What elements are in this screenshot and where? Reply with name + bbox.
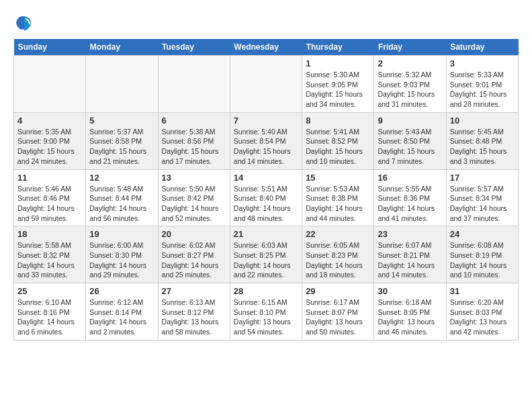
- day-info: Sunrise: 5:55 AM Sunset: 8:36 PM Dayligh…: [378, 184, 442, 224]
- day-info: Sunrise: 6:12 AM Sunset: 8:14 PM Dayligh…: [89, 298, 154, 337]
- calendar-cell: 22Sunrise: 6:05 AM Sunset: 8:23 PM Dayli…: [302, 226, 374, 283]
- day-number: 9: [378, 116, 442, 126]
- day-number: 8: [306, 116, 370, 126]
- day-info: Sunrise: 5:40 AM Sunset: 8:54 PM Dayligh…: [234, 127, 298, 167]
- calendar-cell: 16Sunrise: 5:55 AM Sunset: 8:36 PM Dayli…: [374, 169, 446, 226]
- calendar-cell: 26Sunrise: 6:12 AM Sunset: 8:14 PM Dayli…: [86, 283, 158, 340]
- day-number: 1: [306, 58, 370, 68]
- day-number: 19: [89, 229, 154, 239]
- day-number: 24: [450, 229, 515, 239]
- day-number: 10: [450, 116, 515, 126]
- day-info: Sunrise: 6:07 AM Sunset: 8:21 PM Dayligh…: [378, 240, 442, 280]
- day-info: Sunrise: 5:58 AM Sunset: 8:32 PM Dayligh…: [17, 240, 82, 280]
- weekday-header-tuesday: Tuesday: [158, 39, 230, 56]
- weekday-header-saturday: Saturday: [446, 39, 518, 56]
- day-number: 31: [450, 286, 515, 296]
- calendar-cell: 21Sunrise: 6:03 AM Sunset: 8:25 PM Dayli…: [230, 226, 302, 283]
- calendar-cell: 2Sunrise: 5:32 AM Sunset: 9:03 PM Daylig…: [374, 56, 446, 113]
- day-number: 18: [17, 229, 82, 239]
- calendar-cell: 6Sunrise: 5:38 AM Sunset: 8:56 PM Daylig…: [158, 112, 230, 169]
- weekday-header-wednesday: Wednesday: [230, 39, 302, 56]
- day-number: 17: [450, 173, 515, 183]
- day-info: Sunrise: 5:33 AM Sunset: 9:01 PM Dayligh…: [450, 70, 515, 109]
- day-info: Sunrise: 5:57 AM Sunset: 8:34 PM Dayligh…: [450, 184, 515, 224]
- day-info: Sunrise: 5:43 AM Sunset: 8:50 PM Dayligh…: [378, 127, 442, 167]
- day-info: Sunrise: 5:30 AM Sunset: 9:05 PM Dayligh…: [306, 70, 370, 109]
- day-number: 15: [306, 173, 370, 183]
- calendar-cell: [230, 56, 302, 113]
- day-info: Sunrise: 5:41 AM Sunset: 8:52 PM Dayligh…: [306, 127, 370, 167]
- day-info: Sunrise: 5:50 AM Sunset: 8:42 PM Dayligh…: [162, 184, 226, 224]
- day-info: Sunrise: 6:05 AM Sunset: 8:23 PM Dayligh…: [306, 240, 370, 280]
- calendar-cell: 17Sunrise: 5:57 AM Sunset: 8:34 PM Dayli…: [446, 169, 518, 226]
- weekday-header-monday: Monday: [86, 39, 158, 56]
- day-info: Sunrise: 6:13 AM Sunset: 8:12 PM Dayligh…: [162, 298, 226, 337]
- calendar-cell: 5Sunrise: 5:37 AM Sunset: 8:58 PM Daylig…: [86, 112, 158, 169]
- calendar-cell: [86, 56, 158, 113]
- day-number: 30: [378, 286, 442, 296]
- day-number: 27: [162, 286, 226, 296]
- calendar-cell: 11Sunrise: 5:46 AM Sunset: 8:46 PM Dayli…: [14, 169, 86, 226]
- day-number: 7: [234, 116, 298, 126]
- logo-area: [13, 13, 34, 32]
- day-info: Sunrise: 6:20 AM Sunset: 8:03 PM Dayligh…: [450, 298, 515, 337]
- day-info: Sunrise: 5:37 AM Sunset: 8:58 PM Dayligh…: [89, 127, 154, 167]
- calendar-cell: 18Sunrise: 5:58 AM Sunset: 8:32 PM Dayli…: [14, 226, 86, 283]
- day-number: 25: [17, 286, 82, 296]
- calendar-week-row: 11Sunrise: 5:46 AM Sunset: 8:46 PM Dayli…: [14, 169, 519, 226]
- calendar-table: SundayMondayTuesdayWednesdayThursdayFrid…: [13, 39, 519, 340]
- calendar-cell: 27Sunrise: 6:13 AM Sunset: 8:12 PM Dayli…: [158, 283, 230, 340]
- calendar-cell: 9Sunrise: 5:43 AM Sunset: 8:50 PM Daylig…: [374, 112, 446, 169]
- weekday-header-thursday: Thursday: [302, 39, 374, 56]
- day-number: 2: [378, 58, 442, 68]
- day-number: 16: [378, 173, 442, 183]
- calendar-cell: 1Sunrise: 5:30 AM Sunset: 9:05 PM Daylig…: [302, 56, 374, 113]
- day-number: 3: [450, 58, 515, 68]
- day-number: 12: [89, 173, 154, 183]
- calendar-cell: 31Sunrise: 6:20 AM Sunset: 8:03 PM Dayli…: [446, 283, 518, 340]
- calendar-cell: 20Sunrise: 6:02 AM Sunset: 8:27 PM Dayli…: [158, 226, 230, 283]
- calendar-week-row: 1Sunrise: 5:30 AM Sunset: 9:05 PM Daylig…: [14, 56, 519, 113]
- weekday-header-sunday: Sunday: [14, 39, 86, 56]
- calendar-cell: 23Sunrise: 6:07 AM Sunset: 8:21 PM Dayli…: [374, 226, 446, 283]
- calendar-cell: 29Sunrise: 6:17 AM Sunset: 8:07 PM Dayli…: [302, 283, 374, 340]
- calendar-cell: 8Sunrise: 5:41 AM Sunset: 8:52 PM Daylig…: [302, 112, 374, 169]
- weekday-header-row: SundayMondayTuesdayWednesdayThursdayFrid…: [14, 39, 519, 56]
- day-info: Sunrise: 5:45 AM Sunset: 8:48 PM Dayligh…: [450, 127, 515, 167]
- day-info: Sunrise: 6:00 AM Sunset: 8:30 PM Dayligh…: [89, 240, 154, 280]
- calendar-cell: [158, 56, 230, 113]
- day-info: Sunrise: 6:08 AM Sunset: 8:19 PM Dayligh…: [450, 240, 515, 280]
- calendar-cell: 30Sunrise: 6:18 AM Sunset: 8:05 PM Dayli…: [374, 283, 446, 340]
- day-info: Sunrise: 5:46 AM Sunset: 8:46 PM Dayligh…: [17, 184, 82, 224]
- calendar-cell: 28Sunrise: 6:15 AM Sunset: 8:10 PM Dayli…: [230, 283, 302, 340]
- day-number: 11: [17, 173, 82, 183]
- day-info: Sunrise: 5:38 AM Sunset: 8:56 PM Dayligh…: [162, 127, 226, 167]
- day-info: Sunrise: 6:03 AM Sunset: 8:25 PM Dayligh…: [234, 240, 298, 280]
- day-info: Sunrise: 5:32 AM Sunset: 9:03 PM Dayligh…: [378, 70, 442, 109]
- day-number: 5: [89, 116, 154, 126]
- calendar-cell: 14Sunrise: 5:51 AM Sunset: 8:40 PM Dayli…: [230, 169, 302, 226]
- calendar-week-row: 18Sunrise: 5:58 AM Sunset: 8:32 PM Dayli…: [14, 226, 519, 283]
- day-number: 20: [162, 229, 226, 239]
- day-info: Sunrise: 6:02 AM Sunset: 8:27 PM Dayligh…: [162, 240, 226, 280]
- day-info: Sunrise: 5:53 AM Sunset: 8:38 PM Dayligh…: [306, 184, 370, 224]
- day-info: Sunrise: 5:51 AM Sunset: 8:40 PM Dayligh…: [234, 184, 298, 224]
- day-info: Sunrise: 5:35 AM Sunset: 9:00 PM Dayligh…: [17, 127, 82, 167]
- calendar-cell: 7Sunrise: 5:40 AM Sunset: 8:54 PM Daylig…: [230, 112, 302, 169]
- day-number: 28: [234, 286, 298, 296]
- calendar-cell: 3Sunrise: 5:33 AM Sunset: 9:01 PM Daylig…: [446, 56, 518, 113]
- day-number: 26: [89, 286, 154, 296]
- calendar-cell: 15Sunrise: 5:53 AM Sunset: 8:38 PM Dayli…: [302, 169, 374, 226]
- day-info: Sunrise: 6:10 AM Sunset: 8:16 PM Dayligh…: [17, 298, 82, 337]
- day-info: Sunrise: 6:17 AM Sunset: 8:07 PM Dayligh…: [306, 298, 370, 337]
- day-number: 22: [306, 229, 370, 239]
- day-info: Sunrise: 6:15 AM Sunset: 8:10 PM Dayligh…: [234, 298, 298, 337]
- day-number: 4: [17, 116, 82, 126]
- calendar-cell: 12Sunrise: 5:48 AM Sunset: 8:44 PM Dayli…: [86, 169, 158, 226]
- calendar-cell: 19Sunrise: 6:00 AM Sunset: 8:30 PM Dayli…: [86, 226, 158, 283]
- day-info: Sunrise: 5:48 AM Sunset: 8:44 PM Dayligh…: [89, 184, 154, 224]
- day-number: 21: [234, 229, 298, 239]
- calendar-cell: 24Sunrise: 6:08 AM Sunset: 8:19 PM Dayli…: [446, 226, 518, 283]
- day-number: 13: [162, 173, 226, 183]
- weekday-header-friday: Friday: [374, 39, 446, 56]
